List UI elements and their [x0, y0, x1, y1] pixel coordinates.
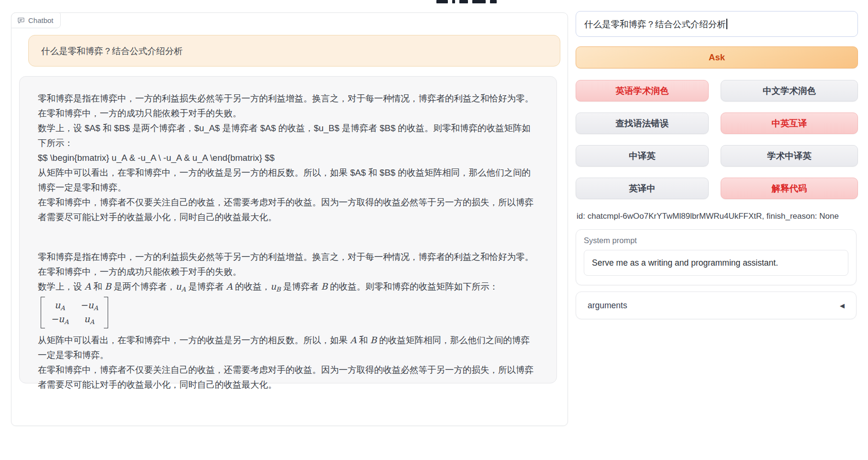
- system-prompt-panel: System prompt Serve me as a writing and …: [576, 229, 857, 285]
- message-spacer: [38, 224, 538, 249]
- math-matrix: uA −uA −uA uA: [41, 297, 108, 328]
- bot-paragraph: 数学上，设 A 和 B 是两个博弈者，uA 是博弈者 A 的收益，uB 是博弈者…: [38, 279, 538, 295]
- bot-paragraph: 零和博弈是指在博弈中，一方的利益损失必然等于另一方的利益增益。换言之，对于每一种…: [38, 249, 538, 279]
- system-prompt-label: System prompt: [584, 236, 848, 245]
- latex-source-line: $$ \begin{bmatrix} u_A & -u_A \ -u_A & u…: [38, 150, 538, 165]
- ask-button[interactable]: Ask: [576, 46, 858, 68]
- button-academic-zh-to-en[interactable]: 学术中译英: [721, 145, 858, 167]
- response-id-text: id: chatcmpl-6wOo7KrYTwMl89lbrMWRu4UkFFX…: [577, 212, 839, 221]
- clipped-title-fragment: [436, 0, 448, 3]
- button-english-academic-polish[interactable]: 英语学术润色: [576, 80, 709, 101]
- question-input-value: 什么是零和博弈？结合公式介绍分析: [584, 18, 726, 30]
- matrix-bracket-left: [41, 297, 45, 328]
- question-input[interactable]: 什么是零和博弈？结合公式介绍分析: [576, 11, 858, 37]
- button-zh-to-en[interactable]: 中译英: [576, 145, 709, 167]
- clipped-page-title: [436, 0, 518, 4]
- clipped-title-fragment: [452, 0, 455, 3]
- button-zh-en-mutual-translate[interactable]: 中英互译: [721, 112, 858, 134]
- button-chinese-academic-polish[interactable]: 中文学术润色: [721, 80, 858, 101]
- bot-paragraph: 在零和博弈中，博弈者不仅要关注自己的收益，还需要考虑对手的收益。因为一方取得的收…: [38, 362, 538, 392]
- arguments-accordion[interactable]: arguments ◀: [576, 292, 857, 319]
- user-message-bubble: 什么是零和博弈？结合公式介绍分析: [28, 35, 560, 67]
- chatbot-label: Chatbot: [11, 12, 61, 28]
- matrix-cell: −uA: [51, 313, 69, 326]
- chat-bubble-icon: [17, 17, 25, 24]
- bot-paragraph: 从矩阵中可以看出，在零和博弈中，一方的收益是另一方的相反数。所以，如果 $A$ …: [38, 165, 538, 195]
- text-cursor: [726, 19, 727, 29]
- matrix-cell: uA: [84, 313, 95, 326]
- bot-paragraph: 数学上，设 $A$ 和 $B$ 是两个博弈者，$u_A$ 是博弈者 $A$ 的收…: [38, 121, 538, 150]
- clipped-title-fragment: [472, 0, 486, 3]
- button-en-to-zh[interactable]: 英译中: [576, 178, 709, 199]
- bot-message-bubble: 零和博弈是指在博弈中，一方的利益损失必然等于另一方的利益增益。换言之，对于每一种…: [19, 76, 557, 383]
- system-prompt-input[interactable]: Serve me as a writing and programming as…: [584, 250, 848, 276]
- accordion-collapse-icon: ◀: [840, 302, 845, 309]
- chatbot-panel[interactable]: Chatbot 什么是零和博弈？结合公式介绍分析 零和博弈是指在博弈中，一方的利…: [11, 12, 568, 426]
- clipped-title-fragment: [459, 0, 468, 3]
- user-message-text: 什么是零和博弈？结合公式介绍分析: [41, 45, 183, 57]
- chatbot-label-text: Chatbot: [28, 16, 54, 24]
- matrix-cell: −uA: [80, 299, 99, 312]
- button-find-grammar-errors[interactable]: 查找语法错误: [576, 112, 709, 134]
- bot-paragraph: 从矩阵中可以看出，在零和博弈中，一方的收益是另一方的相反数。所以，如果 A 和 …: [38, 333, 538, 362]
- bot-paragraph: 零和博弈是指在博弈中，一方的利益损失必然等于另一方的利益增益。换言之，对于每一种…: [38, 91, 538, 121]
- bot-paragraph: 在零和博弈中，博弈者不仅要关注自己的收益，还需要考虑对手的收益。因为一方取得的收…: [38, 195, 538, 224]
- matrix-cell: uA: [55, 299, 65, 312]
- button-explain-code[interactable]: 解释代码: [721, 178, 858, 199]
- matrix-bracket-right: [104, 297, 108, 328]
- accordion-label: arguments: [588, 301, 627, 311]
- clipped-title-fragment: [490, 0, 497, 3]
- system-prompt-value: Serve me as a writing and programming as…: [592, 258, 778, 268]
